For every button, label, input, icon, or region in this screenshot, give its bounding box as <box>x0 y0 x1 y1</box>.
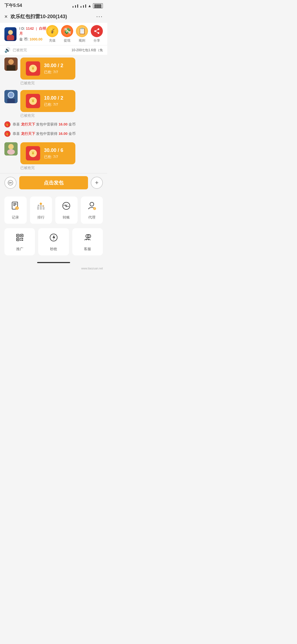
voice-button[interactable] <box>4 177 16 189</box>
status-bar: 下午5:54 ▲ ▓▓▓ <box>0 0 107 10</box>
home-indicator <box>0 260 107 266</box>
share-label: 分享 <box>94 38 100 43</box>
envelope-grabbed: 已抢: 7/7 <box>44 102 63 107</box>
promote-label: 推广 <box>16 247 23 252</box>
notice-grabbed: 已被抢完 <box>13 48 27 53</box>
notification-1: 🎁 恭喜 龙行天下 发包中雷获得 16.00 金币 <box>4 120 103 129</box>
message-group-1: ¥ 30.00 / 2 已抢: 7/7 已被抢完 <box>4 58 103 86</box>
menu-grid-row1: 记录 排行 ¥ 转账 <box>0 192 107 228</box>
envelope-amount: 30.00 / 2 <box>44 63 63 69</box>
svg-point-18 <box>7 149 15 155</box>
withdraw-label: 提现 <box>64 38 70 43</box>
red-envelope-1[interactable]: ¥ 30.00 / 2 已抢: 7/7 <box>20 58 75 80</box>
svg-rect-15 <box>7 99 15 103</box>
message-group-3: ¥ 30.00 / 6 已抢: 7/7 已被抢完 <box>4 142 103 170</box>
notif-unit: 金币 <box>68 122 76 126</box>
svg-point-17 <box>8 144 14 149</box>
user-id-row: I D: 1142 | 白明月 <box>19 26 46 36</box>
svg-point-10 <box>8 59 14 65</box>
red-envelope-3[interactable]: ¥ 30.00 / 6 已抢: 7/7 <box>20 142 75 164</box>
svg-rect-42 <box>22 238 23 239</box>
grabbed-status: 已被抢完 <box>20 81 75 86</box>
notif-unit: 金币 <box>68 132 76 136</box>
signal-icon <box>72 4 86 8</box>
user-details: I D: 1142 | 白明月 金 币: 1000.00 <box>19 26 46 42</box>
notif-name: 龙行天下 <box>21 122 35 126</box>
speaker-icon: 🔊 <box>4 47 10 53</box>
svg-rect-41 <box>20 238 21 239</box>
notif-amount: 16.00 <box>59 132 68 136</box>
transfer-label: 转账 <box>63 215 70 220</box>
svg-rect-3 <box>8 35 13 37</box>
id-separator: | <box>36 26 37 31</box>
ranking-icon <box>37 201 45 212</box>
menu-item-records[interactable]: 记录 <box>4 197 27 224</box>
close-button[interactable]: × <box>4 13 8 20</box>
home-bar <box>37 262 70 263</box>
transfer-icon: ¥ <box>62 201 71 212</box>
agent-label: 代理 <box>88 215 95 220</box>
notif-prefix: 恭喜 <box>13 122 21 126</box>
header: × 欢乐红包扫雷10-200(143) ··· <box>0 10 107 23</box>
page-title: 欢乐红包扫雷10-200(143) <box>10 13 67 20</box>
notif-name: 龙行天下 <box>21 132 35 136</box>
menu-item-flash[interactable]: 秒抢 <box>38 228 69 255</box>
plus-button[interactable]: + <box>91 177 103 189</box>
envelope-icon: ¥ <box>26 61 40 76</box>
table-row: ¥ 30.00 / 6 已抢: 7/7 已被抢完 <box>4 142 103 170</box>
notif-suffix: 发包中雷获得 <box>36 132 59 136</box>
rules-button[interactable]: 📋 规则 <box>76 25 88 43</box>
menu-item-transfer[interactable]: ¥ 转账 <box>55 197 78 224</box>
notif-text: 恭喜 龙行天下 发包中雷获得 16.00 金币 <box>13 131 76 136</box>
promote-icon <box>15 233 24 244</box>
envelope-amount: 30.00 / 6 <box>44 148 63 153</box>
menu-item-service[interactable]: 客服 <box>72 228 103 255</box>
notif-icon: 🎁 <box>4 121 10 127</box>
menu-item-promote[interactable]: 推广 <box>4 228 35 255</box>
grabbed-status: 已被抢完 <box>20 113 75 118</box>
envelope-amount: 10.00 / 2 <box>44 95 63 101</box>
send-packet-button[interactable]: 点击发包 <box>19 176 88 189</box>
table-row: ¥ 10.00 / 2 已抢: 7/7 已被抢完 <box>4 90 103 118</box>
coins-label: 金 币: <box>19 37 28 41</box>
svg-rect-22 <box>13 203 16 204</box>
avatar <box>4 27 16 41</box>
avatar <box>4 142 18 155</box>
svg-marker-32 <box>42 205 44 207</box>
charge-label: 充值 <box>49 38 56 43</box>
charge-button[interactable]: 💰 充值 <box>46 25 58 43</box>
id-value: 1142 <box>26 26 34 31</box>
notif-amount: 16.00 <box>59 122 68 126</box>
rules-icon: 📋 <box>76 25 88 37</box>
menu-item-ranking[interactable]: 排行 <box>30 197 52 224</box>
svg-rect-24 <box>13 205 15 206</box>
svg-rect-46 <box>17 239 18 240</box>
watermark: www.tiaozuan.net <box>0 266 107 271</box>
id-label: I D: <box>19 26 25 31</box>
coins-value: 1000.00 <box>29 37 42 41</box>
flash-label: 秒抢 <box>50 247 57 252</box>
menu-item-agent[interactable]: ® 代理 <box>81 197 103 224</box>
service-icon <box>83 233 92 244</box>
red-envelope-2[interactable]: ¥ 10.00 / 2 已抢: 7/7 <box>20 90 75 112</box>
table-row: ¥ 30.00 / 2 已抢: 7/7 已被抢完 <box>4 58 103 86</box>
withdraw-button[interactable]: 💸 提现 <box>61 25 73 43</box>
svg-marker-30 <box>39 202 42 205</box>
svg-point-35 <box>90 202 94 206</box>
share-button[interactable]: 分享 <box>91 25 103 43</box>
notif-icon: 🎁 <box>4 131 10 137</box>
menu-grid-row2: 推广 秒抢 客服 <box>0 228 107 260</box>
svg-line-8 <box>95 31 98 33</box>
ranking-label: 排行 <box>37 215 45 220</box>
svg-rect-43 <box>20 240 21 241</box>
status-icons: ▲ ▓▓▓ <box>72 3 103 8</box>
user-info: I D: 1142 | 白明月 金 币: 1000.00 <box>4 26 46 42</box>
notice-rules: 10-200七包1.6倍（免 <box>72 48 103 53</box>
chat-area: ¥ 30.00 / 2 已抢: 7/7 已被抢完 <box>0 55 107 173</box>
notif-prefix: 恭喜 <box>13 132 21 136</box>
svg-marker-31 <box>37 204 40 206</box>
grabbed-status: 已被抢完 <box>20 165 75 170</box>
bottom-bar: 点击发包 + <box>0 173 107 192</box>
status-time: 下午5:54 <box>4 3 22 9</box>
more-button[interactable]: ··· <box>96 13 103 20</box>
